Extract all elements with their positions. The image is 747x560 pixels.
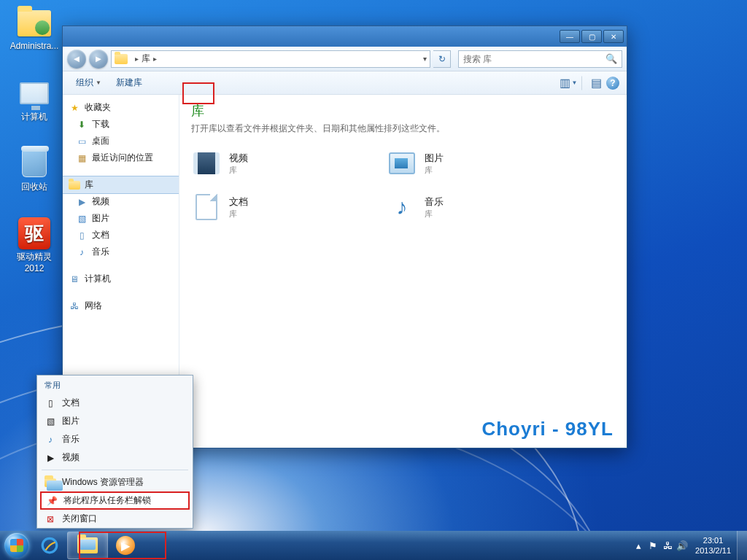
sidebar-computer[interactable]: 🖥计算机: [63, 271, 179, 287]
taskbar-explorer[interactable]: [67, 532, 108, 559]
network-icon: 🖧: [69, 300, 80, 312]
tray-action-center-icon[interactable]: ⚑: [646, 540, 660, 551]
picture-icon: ▧: [76, 213, 88, 225]
separator: [42, 470, 188, 470]
view-options-button[interactable]: ▥ ▼: [561, 76, 576, 90]
sidebar-music[interactable]: ♪音乐: [63, 244, 179, 260]
tray-overflow[interactable]: ▴: [631, 540, 646, 551]
library-item-documents[interactable]: 文档库: [191, 192, 374, 222]
desktop-icon-administrator[interactable]: Administra...: [6, 6, 63, 51]
document-icon: ▯: [76, 230, 88, 241]
library-item-videos[interactable]: 视频库: [191, 148, 374, 179]
music-icon: ♪: [76, 246, 88, 258]
document-library-icon: [196, 194, 217, 220]
tray-network-icon[interactable]: 🖧: [660, 540, 675, 551]
search-box[interactable]: 🔍: [458, 50, 622, 68]
desktop-icon-recycle-bin[interactable]: 回收站: [6, 146, 63, 193]
desktop-icon-driver-genius[interactable]: 驱 驱动精灵 2012: [6, 216, 63, 273]
icon-label: Administra...: [10, 41, 59, 51]
taskbar-ie[interactable]: [34, 532, 66, 559]
clock-time: 23:01: [695, 535, 731, 545]
nav-bar: ◄ ► ▸ 库 ▸ ▾ ↻ 🔍: [63, 47, 627, 71]
libraries-icon: [69, 181, 80, 190]
jumplist-documents[interactable]: ▯文档: [37, 394, 193, 412]
search-icon: 🔍: [605, 53, 617, 64]
desktop-icon-computer[interactable]: 计算机: [6, 76, 63, 123]
media-player-icon: ▶: [116, 536, 135, 555]
library-item-pictures[interactable]: 图片库: [387, 148, 569, 179]
search-input[interactable]: [463, 54, 605, 64]
library-item-music[interactable]: ♪ 音乐库: [387, 192, 569, 222]
video-icon: ▶: [44, 452, 56, 464]
picture-library-icon: [389, 152, 415, 174]
dropdown-icon[interactable]: ▾: [423, 55, 427, 63]
organize-menu[interactable]: 组织▼: [70, 74, 107, 92]
new-library-button[interactable]: 新建库: [110, 74, 148, 92]
recent-icon: ▦: [76, 152, 88, 164]
unpin-icon: 📌: [46, 495, 58, 507]
user-folder-icon: [18, 10, 51, 36]
jumplist-close-window[interactable]: ⊠关闭窗口: [37, 510, 193, 528]
jumplist-pictures[interactable]: ▧图片: [37, 412, 193, 430]
breadcrumb-sep: ▸: [153, 55, 157, 63]
sidebar-downloads[interactable]: ⬇下载: [63, 116, 179, 133]
page-subtitle: 打开库以查看文件并根据文件夹、日期和其他属性排列这些文件。: [191, 122, 615, 135]
icon-label: 回收站: [21, 181, 47, 193]
star-icon: ★: [69, 102, 80, 114]
tray-volume-icon[interactable]: 🔊: [675, 540, 689, 551]
refresh-button[interactable]: ↻: [433, 50, 451, 68]
icon-label: 计算机: [21, 111, 47, 123]
system-tray: ▴ ⚑ 🖧 🔊 23:01 2013/2/11: [631, 531, 747, 560]
sidebar-pictures[interactable]: ▧图片: [63, 210, 179, 227]
breadcrumb-root[interactable]: 库: [142, 52, 150, 65]
jumplist-music[interactable]: ♪音乐: [37, 430, 193, 448]
jumplist-open-explorer[interactable]: Windows 资源管理器: [37, 473, 193, 491]
sidebar-favorites[interactable]: ★收藏夹: [63, 99, 179, 116]
preview-pane-button[interactable]: ▤: [589, 76, 603, 90]
nav-back-button[interactable]: ◄: [67, 50, 86, 69]
title-bar[interactable]: — ▢ ✕: [63, 26, 627, 47]
taskbar-clock[interactable]: 23:01 2013/2/11: [689, 535, 737, 556]
page-title: 库: [191, 102, 615, 120]
show-desktop-button[interactable]: [737, 531, 747, 560]
sidebar-documents[interactable]: ▯文档: [63, 227, 179, 244]
nav-forward-button[interactable]: ►: [89, 50, 108, 69]
taskbar-jump-list: 常用 ▯文档 ▧图片 ♪音乐 ▶视频 Windows 资源管理器 📌将此程序从任…: [36, 375, 193, 529]
minimize-button[interactable]: —: [560, 30, 580, 43]
driver-genius-icon: 驱: [18, 217, 50, 249]
sidebar-libraries[interactable]: 库: [63, 176, 179, 194]
icon-label: 驱动精灵 2012: [17, 251, 52, 273]
breadcrumb-sep: ▸: [135, 55, 139, 63]
jumplist-unpin[interactable]: 📌将此程序从任务栏解锁: [40, 491, 190, 510]
separator: [581, 76, 583, 90]
libraries-icon: [115, 54, 128, 64]
computer-icon: 🖥: [69, 273, 80, 285]
video-library-icon: [193, 152, 220, 174]
help-button[interactable]: ?: [606, 77, 619, 90]
taskbar-media-player[interactable]: ▶: [109, 532, 142, 559]
content-pane: 库 打开库以查看文件并根据文件夹、日期和其他属性排列这些文件。 视频库 图片库 …: [179, 95, 627, 448]
music-library-icon: ♪: [397, 195, 408, 219]
document-icon: ▯: [44, 397, 56, 409]
explorer-icon: [77, 537, 98, 553]
sidebar-desktop[interactable]: ▭桌面: [63, 133, 179, 149]
download-icon: ⬇: [76, 119, 88, 131]
jumplist-header: 常用: [37, 376, 193, 394]
picture-icon: ▧: [44, 416, 56, 427]
start-button[interactable]: [0, 531, 34, 560]
close-icon: ⊠: [44, 513, 56, 525]
windows-orb-icon: [4, 533, 29, 558]
close-button[interactable]: ✕: [603, 30, 624, 43]
sidebar-videos[interactable]: ▶视频: [63, 193, 179, 210]
explorer-icon: [44, 477, 56, 489]
music-icon: ♪: [44, 434, 56, 446]
address-bar[interactable]: ▸ 库 ▸ ▾: [111, 50, 430, 68]
clock-date: 2013/2/11: [695, 545, 731, 556]
desktop: Administra... 计算机 回收站 驱 驱动精灵 2012 — ▢ ✕ …: [0, 0, 747, 560]
taskbar: ▶ ▴ ⚑ 🖧 🔊 23:01 2013/2/11: [0, 531, 747, 560]
maximize-button[interactable]: ▢: [581, 30, 602, 43]
desktop-icon: ▭: [76, 136, 88, 147]
jumplist-videos[interactable]: ▶视频: [37, 448, 193, 467]
sidebar-network[interactable]: 🖧网络: [63, 298, 179, 314]
sidebar-recent[interactable]: ▦最近访问的位置: [63, 149, 179, 166]
